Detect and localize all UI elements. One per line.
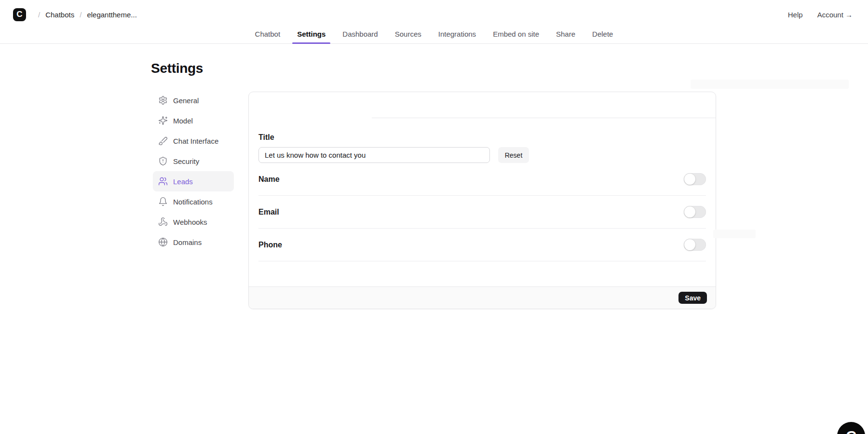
sidebar-item-leads[interactable]: Leads xyxy=(153,171,234,191)
title-field-label: Title xyxy=(258,133,706,142)
name-row: Name xyxy=(258,163,706,196)
app-logo[interactable]: C xyxy=(13,8,26,21)
settings-sidebar: General Model Chat Interface Security Le… xyxy=(153,90,234,252)
sidebar-item-label: Webhooks xyxy=(173,218,207,226)
breadcrumb: / Chatbots / eleganttheme... xyxy=(38,11,137,19)
email-label: Email xyxy=(258,208,279,217)
bell-icon xyxy=(158,197,168,206)
title-input[interactable] xyxy=(258,147,490,163)
reset-button[interactable]: Reset xyxy=(498,147,529,163)
save-button[interactable]: Save xyxy=(678,292,707,304)
sidebar-item-label: Domains xyxy=(173,238,202,246)
account-link[interactable]: Account → xyxy=(817,11,853,19)
card-header-divider xyxy=(372,118,716,118)
card-header xyxy=(249,92,716,118)
help-link[interactable]: Help xyxy=(788,11,803,19)
email-toggle[interactable] xyxy=(684,206,706,218)
sidebar-item-general[interactable]: General xyxy=(153,90,234,110)
sidebar-item-model[interactable]: Model xyxy=(153,110,234,131)
gear-icon xyxy=(158,95,168,105)
bot-tab-bar: Chatbot Settings Dashboard Sources Integ… xyxy=(0,29,868,44)
skeleton-bar xyxy=(691,80,849,89)
phone-label: Phone xyxy=(258,241,282,249)
tab-delete[interactable]: Delete xyxy=(591,29,614,40)
chat-widget-button[interactable]: C xyxy=(837,422,865,434)
tab-embed-on-site[interactable]: Embed on site xyxy=(492,29,540,40)
webhook-icon xyxy=(158,217,168,227)
top-bar: C / Chatbots / eleganttheme... Help Acco… xyxy=(0,0,868,29)
shield-alert-icon xyxy=(158,156,168,166)
skeleton-bar xyxy=(713,230,756,238)
name-label: Name xyxy=(258,175,280,184)
sidebar-item-webhooks[interactable]: Webhooks xyxy=(153,212,234,232)
sidebar-item-domains[interactable]: Domains xyxy=(153,232,234,252)
sidebar-item-label: Notifications xyxy=(173,198,213,206)
sidebar-item-security[interactable]: Security xyxy=(153,151,234,171)
tab-integrations[interactable]: Integrations xyxy=(437,29,477,40)
sidebar-item-chat-interface[interactable]: Chat Interface xyxy=(153,131,234,151)
sidebar-item-label: Security xyxy=(173,157,199,165)
users-icon xyxy=(158,176,168,186)
sidebar-item-label: General xyxy=(173,96,199,105)
leads-settings-card: Title Reset Name Email Phone Save xyxy=(248,92,716,309)
toggle-knob xyxy=(684,174,695,185)
sidebar-item-label: Model xyxy=(173,117,193,125)
breadcrumb-separator: / xyxy=(80,11,81,19)
phone-toggle[interactable] xyxy=(684,239,706,251)
tab-settings[interactable]: Settings xyxy=(296,29,326,40)
page-title: Settings xyxy=(151,61,203,76)
tab-share[interactable]: Share xyxy=(555,29,576,40)
globe-icon xyxy=(158,237,168,247)
card-footer: Save xyxy=(249,286,716,309)
sidebar-item-label: Leads xyxy=(173,177,193,186)
sidebar-item-label: Chat Interface xyxy=(173,137,218,145)
toggle-knob xyxy=(684,239,695,250)
paintbrush-icon xyxy=(158,136,168,146)
breadcrumb-chatbots[interactable]: Chatbots xyxy=(45,11,74,19)
phone-row: Phone xyxy=(258,229,706,261)
tab-dashboard[interactable]: Dashboard xyxy=(341,29,379,40)
tab-chatbot[interactable]: Chatbot xyxy=(254,29,282,40)
email-row: Email xyxy=(258,196,706,229)
tab-sources[interactable]: Sources xyxy=(394,29,422,40)
sparkles-icon xyxy=(158,116,168,125)
sidebar-item-notifications[interactable]: Notifications xyxy=(153,191,234,212)
name-toggle[interactable] xyxy=(684,173,706,185)
breadcrumb-bot-name[interactable]: eleganttheme... xyxy=(87,11,136,19)
toggle-knob xyxy=(684,206,695,217)
breadcrumb-separator: / xyxy=(38,11,40,19)
